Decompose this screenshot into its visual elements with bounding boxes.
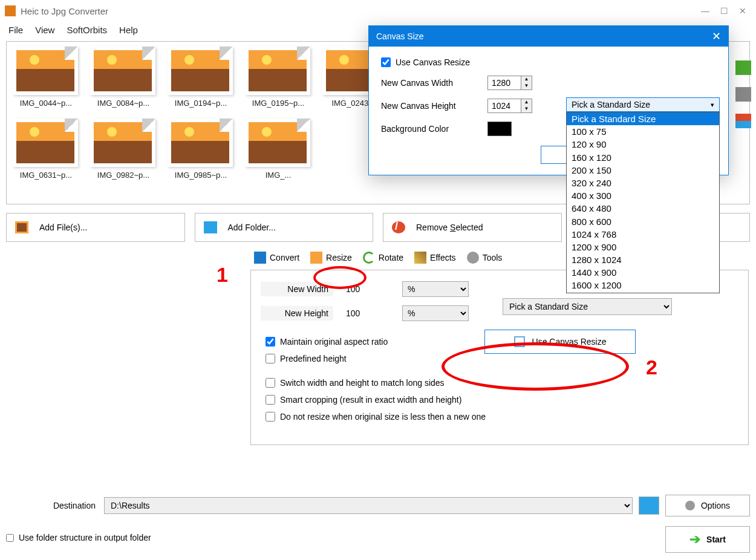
thumbnail-item[interactable]: IMG_... bbox=[245, 119, 311, 180]
browse-folder-button[interactable] bbox=[639, 497, 659, 515]
add-files-label: Add File(s)... bbox=[39, 223, 87, 232]
add-files-button[interactable]: Add File(s)... bbox=[6, 213, 185, 242]
new-height-input[interactable] bbox=[342, 306, 394, 321]
destination-select[interactable]: D:\Results bbox=[104, 497, 633, 514]
predefined-height-checkbox[interactable] bbox=[266, 354, 275, 363]
tab-rotate[interactable]: Rotate bbox=[359, 249, 407, 266]
canvas-width-input[interactable] bbox=[488, 76, 521, 90]
dialog-close-button[interactable]: ✕ bbox=[712, 30, 721, 43]
menu-file[interactable]: File bbox=[4, 24, 28, 36]
height-unit-select[interactable]: % bbox=[402, 305, 469, 321]
size-option[interactable]: 1600 x 1050 bbox=[567, 292, 719, 293]
remove-icon bbox=[392, 221, 405, 233]
size-option[interactable]: 100 x 75 bbox=[567, 125, 719, 138]
tab-effects[interactable]: Effects bbox=[411, 249, 460, 266]
thumbnail-item[interactable]: IMG_0985~p... bbox=[168, 119, 234, 180]
thumbnail-label: IMG_0631~p... bbox=[13, 171, 79, 180]
side-view-icon[interactable] bbox=[735, 60, 751, 75]
spin-down-icon[interactable]: ▼ bbox=[521, 106, 532, 112]
no-resize-smaller-checkbox[interactable] bbox=[266, 412, 275, 422]
size-option[interactable]: 200 x 150 bbox=[567, 164, 719, 177]
size-option[interactable]: 120 x 90 bbox=[567, 138, 719, 151]
background-color-swatch[interactable] bbox=[487, 122, 512, 136]
size-option[interactable]: 400 x 300 bbox=[567, 189, 719, 202]
start-button[interactable]: ➔ Start bbox=[665, 526, 750, 553]
spin-up-icon[interactable]: ▲ bbox=[521, 76, 532, 83]
side-grid-icon[interactable] bbox=[735, 114, 751, 128]
folder-icon bbox=[204, 221, 217, 233]
canvas-size-dialog: Canvas Size ✕ Use Canvas Resize New Canv… bbox=[368, 25, 729, 175]
tab-tools[interactable]: Tools bbox=[463, 249, 506, 266]
gear-icon bbox=[685, 501, 695, 510]
new-width-input[interactable] bbox=[342, 282, 394, 296]
size-option[interactable]: 1600 x 1200 bbox=[567, 279, 719, 291]
remove-selected-button[interactable]: Remove Selected bbox=[383, 213, 562, 242]
destination-label: Destination bbox=[6, 501, 98, 510]
canvas-width-label: New Canvas Width bbox=[381, 78, 478, 88]
app-title: Heic to Jpg Converter bbox=[21, 6, 108, 16]
close-button[interactable]: ✕ bbox=[739, 6, 746, 16]
menu-softorbits[interactable]: SoftOrbits bbox=[62, 24, 112, 36]
width-unit-select[interactable]: % bbox=[402, 281, 469, 297]
maximize-button[interactable]: ☐ bbox=[720, 6, 728, 16]
minimize-button[interactable]: — bbox=[701, 6, 709, 16]
size-option[interactable]: 1024 x 768 bbox=[567, 228, 719, 241]
thumbnail-label: IMG_0982~p... bbox=[90, 171, 157, 180]
add-folder-button[interactable]: Add Folder... bbox=[195, 213, 374, 242]
standard-size-dropdown[interactable]: Pick a Standard Size ▾ Pick a Standard S… bbox=[566, 97, 720, 293]
tab-convert[interactable]: Convert bbox=[250, 249, 303, 266]
use-canvas-resize-checkbox[interactable] bbox=[381, 57, 391, 67]
standard-size-select[interactable]: Pick a Standard Size bbox=[503, 298, 672, 315]
spin-up-icon[interactable]: ▲ bbox=[521, 99, 532, 106]
standard-size-listbox[interactable]: Pick a Standard Size100 x 75120 x 90160 … bbox=[566, 112, 720, 293]
new-height-label: New Height bbox=[261, 306, 333, 321]
switch-sides-checkbox[interactable] bbox=[266, 378, 275, 388]
dialog-title-bar[interactable]: Canvas Size ✕ bbox=[369, 26, 728, 47]
size-option[interactable]: 1200 x 900 bbox=[567, 241, 719, 253]
standard-size-selected[interactable]: Pick a Standard Size ▾ bbox=[566, 97, 720, 112]
smart-cropping-checkbox[interactable] bbox=[266, 395, 275, 405]
thumbnail-image bbox=[245, 119, 310, 167]
thumbnail-label: IMG_0985~p... bbox=[168, 171, 234, 180]
thumbnail-item[interactable]: IMG_0982~p... bbox=[90, 119, 157, 180]
rotate-icon bbox=[363, 252, 375, 264]
size-option[interactable]: Pick a Standard Size bbox=[567, 112, 719, 125]
thumbnail-item[interactable]: IMG_0084~p... bbox=[90, 47, 157, 108]
annotation-marker-1: 1 bbox=[217, 263, 228, 287]
app-icon bbox=[5, 5, 16, 16]
size-option[interactable]: 320 x 240 bbox=[567, 177, 719, 189]
thumbnail-image bbox=[168, 119, 233, 167]
thumbnail-image bbox=[90, 119, 155, 167]
resize-panel: New Width % New Height % Pick a Standard… bbox=[250, 270, 749, 445]
thumbnail-item[interactable]: IMG_0195~p... bbox=[245, 47, 311, 108]
maintain-aspect-checkbox[interactable] bbox=[266, 337, 275, 347]
thumbnail-label: IMG_0194~p... bbox=[168, 99, 234, 108]
options-button[interactable]: Options bbox=[665, 495, 750, 516]
size-option[interactable]: 160 x 120 bbox=[567, 151, 719, 164]
use-canvas-resize-button[interactable]: Use Canvas Resize bbox=[484, 330, 636, 354]
thumbnail-item[interactable]: IMG_0631~p... bbox=[13, 119, 79, 180]
side-list-icon[interactable] bbox=[735, 87, 751, 102]
thumbnail-item[interactable]: IMG_0044~p... bbox=[13, 47, 79, 108]
menu-help[interactable]: Help bbox=[114, 24, 143, 36]
tab-resize[interactable]: Resize bbox=[307, 249, 356, 266]
size-option[interactable]: 1280 x 1024 bbox=[567, 253, 719, 266]
dialog-title: Canvas Size bbox=[376, 31, 424, 41]
size-option[interactable]: 1440 x 900 bbox=[567, 266, 719, 279]
bottom-bar: Destination D:\Results Options Use folde… bbox=[6, 495, 750, 553]
use-folder-structure-checkbox[interactable] bbox=[6, 534, 14, 542]
convert-icon bbox=[254, 252, 266, 264]
menu-view[interactable]: View bbox=[30, 24, 59, 36]
canvas-height-spinner[interactable]: ▲▼ bbox=[487, 99, 532, 113]
canvas-height-input[interactable] bbox=[488, 99, 521, 112]
side-toolbar bbox=[735, 60, 751, 128]
canvas-height-label: New Canvas Height bbox=[381, 101, 478, 111]
size-option[interactable]: 640 x 480 bbox=[567, 202, 719, 215]
title-bar: Heic to Jpg Converter — ☐ ✕ bbox=[0, 0, 756, 22]
spin-down-icon[interactable]: ▼ bbox=[521, 83, 532, 90]
image-icon bbox=[15, 221, 28, 233]
use-folder-structure-label: Use folder structure in output folder bbox=[19, 533, 151, 542]
thumbnail-item[interactable]: IMG_0194~p... bbox=[168, 47, 234, 108]
canvas-width-spinner[interactable]: ▲▼ bbox=[487, 76, 532, 90]
size-option[interactable]: 800 x 600 bbox=[567, 215, 719, 228]
